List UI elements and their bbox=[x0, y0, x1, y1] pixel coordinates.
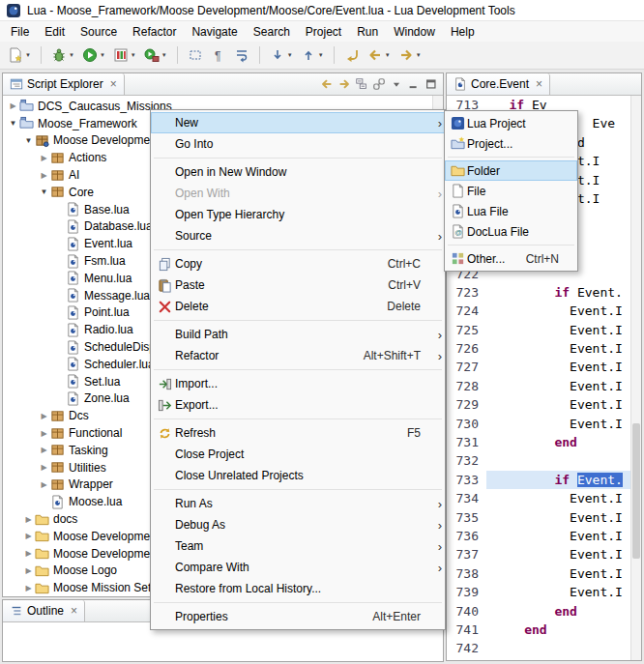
last-edit-location-button[interactable] bbox=[341, 45, 363, 65]
close-icon[interactable]: × bbox=[110, 78, 117, 90]
expand-arrow-icon[interactable]: ▶ bbox=[22, 515, 35, 524]
dropdown-caret-icon[interactable]: ▼ bbox=[318, 52, 324, 58]
code-line[interactable]: 740end bbox=[447, 602, 630, 621]
menubar-item-source[interactable]: Source bbox=[73, 22, 125, 42]
menu-item-refactor[interactable]: RefactorAlt+Shift+T› bbox=[151, 345, 445, 366]
close-icon[interactable]: × bbox=[536, 78, 542, 90]
view-menu-icon[interactable] bbox=[390, 77, 403, 91]
code-line[interactable]: 727Event.I bbox=[447, 358, 630, 376]
menubar-item-window[interactable]: Window bbox=[386, 22, 443, 42]
dropdown-caret-icon[interactable]: ▼ bbox=[25, 52, 31, 58]
tab-core-event[interactable]: Core.Event × bbox=[447, 73, 550, 95]
expand-arrow-icon[interactable]: ▶ bbox=[38, 429, 50, 438]
dropdown-caret-icon[interactable]: ▼ bbox=[416, 52, 422, 58]
menu-item-file[interactable]: File bbox=[445, 181, 577, 201]
code-line[interactable]: 737Event.I bbox=[447, 545, 630, 563]
dropdown-caret-icon[interactable]: ▼ bbox=[287, 52, 293, 58]
block-selection-button[interactable] bbox=[185, 45, 206, 65]
back-icon[interactable] bbox=[320, 77, 334, 91]
menu-item-debug-as[interactable]: Debug As› bbox=[151, 514, 445, 535]
collapse-arrow-icon[interactable]: ▼ bbox=[38, 188, 50, 196]
expand-arrow-icon[interactable]: ▶ bbox=[22, 532, 35, 540]
code-line[interactable]: 732 bbox=[447, 451, 630, 470]
dropdown-caret-icon[interactable]: ▼ bbox=[161, 52, 167, 58]
close-icon[interactable]: × bbox=[71, 605, 77, 617]
menu-item-open-with[interactable]: Open With› bbox=[151, 183, 445, 204]
menu-item-compare-with[interactable]: Compare With› bbox=[151, 557, 445, 578]
menu-item-project[interactable]: Project... bbox=[445, 133, 577, 154]
expand-arrow-icon[interactable]: ▶ bbox=[22, 584, 35, 592]
code-line[interactable]: 728Event.I bbox=[447, 377, 630, 395]
menu-item-run-as[interactable]: Run As› bbox=[151, 493, 445, 514]
menu-item-other[interactable]: Other...Ctrl+N bbox=[445, 248, 577, 269]
menu-item-folder[interactable]: Folder bbox=[445, 160, 577, 181]
editor-scrollbar[interactable] bbox=[630, 96, 641, 660]
menu-item-doclua-file[interactable]: @DocLua File bbox=[445, 221, 577, 242]
menubar-item-search[interactable]: Search bbox=[246, 22, 298, 42]
menubar-item-edit[interactable]: Edit bbox=[37, 22, 73, 42]
menubar-item-help[interactable]: Help bbox=[443, 22, 483, 42]
menu-item-properties[interactable]: PropertiesAlt+Enter bbox=[151, 606, 445, 627]
maximize-icon[interactable] bbox=[424, 77, 438, 91]
expand-arrow-icon[interactable]: ▶ bbox=[7, 101, 19, 110]
minimize-icon[interactable] bbox=[407, 77, 421, 91]
menu-item-delete[interactable]: DeleteDelete bbox=[151, 296, 445, 317]
menu-item-lua-file[interactable]: Lua File bbox=[445, 201, 577, 221]
expand-arrow-icon[interactable]: ▶ bbox=[38, 171, 50, 180]
menubar-item-file[interactable]: File bbox=[3, 22, 37, 42]
code-line[interactable]: 735Event.I bbox=[447, 508, 630, 527]
menu-item-team[interactable]: Team› bbox=[151, 535, 445, 557]
code-line[interactable]: 743if Event.ta bbox=[447, 658, 630, 660]
collapse-arrow-icon[interactable]: ▼ bbox=[22, 136, 35, 145]
code-line[interactable]: 725Event.I bbox=[447, 321, 630, 339]
menu-item-open-in-new-window[interactable]: Open in New Window bbox=[151, 161, 445, 183]
expand-arrow-icon[interactable]: ▶ bbox=[38, 446, 50, 454]
tab-outline[interactable]: Outline × bbox=[3, 600, 85, 621]
forward-icon[interactable] bbox=[337, 77, 351, 91]
collapse-all-icon[interactable] bbox=[355, 77, 368, 91]
code-line[interactable]: 738Event.I bbox=[447, 564, 630, 583]
next-annotation-button[interactable]: ▼ bbox=[267, 45, 296, 65]
forward-button[interactable]: ▼ bbox=[395, 45, 424, 65]
external-tools-button[interactable]: ▼ bbox=[141, 45, 170, 65]
show-whitespace-button[interactable]: ¶ bbox=[208, 45, 229, 65]
run-button[interactable]: ▼ bbox=[79, 45, 108, 65]
menu-item-export[interactable]: Export... bbox=[151, 394, 445, 416]
dropdown-caret-icon[interactable]: ▼ bbox=[100, 52, 105, 58]
menu-item-import[interactable]: Import... bbox=[151, 373, 445, 394]
menubar-item-run[interactable]: Run bbox=[349, 22, 386, 42]
code-line[interactable]: 729Event.I bbox=[447, 395, 630, 414]
tab-script-explorer[interactable]: Script Explorer × bbox=[3, 73, 125, 95]
link-editor-icon[interactable] bbox=[372, 77, 386, 91]
menu-item-source[interactable]: Source› bbox=[151, 225, 445, 246]
menu-item-copy[interactable]: CopyCtrl+C bbox=[151, 253, 445, 274]
prev-annotation-button[interactable]: ▼ bbox=[298, 45, 327, 65]
coverage-button[interactable]: ▼ bbox=[110, 45, 139, 65]
menu-item-go-into[interactable]: Go Into bbox=[151, 133, 445, 155]
menubar-item-refactor[interactable]: Refactor bbox=[125, 22, 184, 42]
dropdown-caret-icon[interactable]: ▼ bbox=[385, 52, 391, 58]
menu-item-close-project[interactable]: Close Project bbox=[151, 444, 445, 465]
dropdown-caret-icon[interactable]: ▼ bbox=[69, 52, 74, 58]
expand-arrow-icon[interactable]: ▶ bbox=[38, 463, 50, 472]
code-line[interactable]: 734Event.I bbox=[447, 489, 630, 507]
menu-item-new[interactable]: New› bbox=[151, 112, 445, 133]
new-wizard-button[interactable]: ▼ bbox=[5, 45, 34, 65]
expand-arrow-icon[interactable]: ▶ bbox=[38, 154, 50, 162]
menu-item-close-unrelated-projects[interactable]: Close Unrelated Projects bbox=[151, 465, 445, 486]
menu-item-open-type-hierarchy[interactable]: Open Type Hierarchy bbox=[151, 204, 445, 225]
code-line[interactable]: 741end bbox=[447, 621, 630, 639]
expand-arrow-icon[interactable]: ▶ bbox=[22, 566, 35, 575]
code-line[interactable]: 731end bbox=[447, 433, 630, 451]
code-line[interactable]: 723if Event. bbox=[447, 283, 630, 302]
menu-item-lua-project[interactable]: Lua Project bbox=[445, 113, 577, 133]
menubar-item-navigate[interactable]: Navigate bbox=[184, 22, 245, 42]
expand-arrow-icon[interactable]: ▶ bbox=[38, 480, 50, 489]
code-line[interactable]: 733if Event. bbox=[447, 471, 630, 489]
code-line[interactable]: 739Event.I bbox=[447, 583, 630, 601]
expand-arrow-icon[interactable]: ▶ bbox=[38, 412, 50, 420]
menu-item-refresh[interactable]: RefreshF5 bbox=[151, 422, 445, 444]
code-line[interactable]: 736Event.I bbox=[447, 527, 630, 545]
debug-button[interactable]: ▼ bbox=[48, 45, 77, 65]
expand-arrow-icon[interactable]: ▶ bbox=[22, 549, 35, 558]
